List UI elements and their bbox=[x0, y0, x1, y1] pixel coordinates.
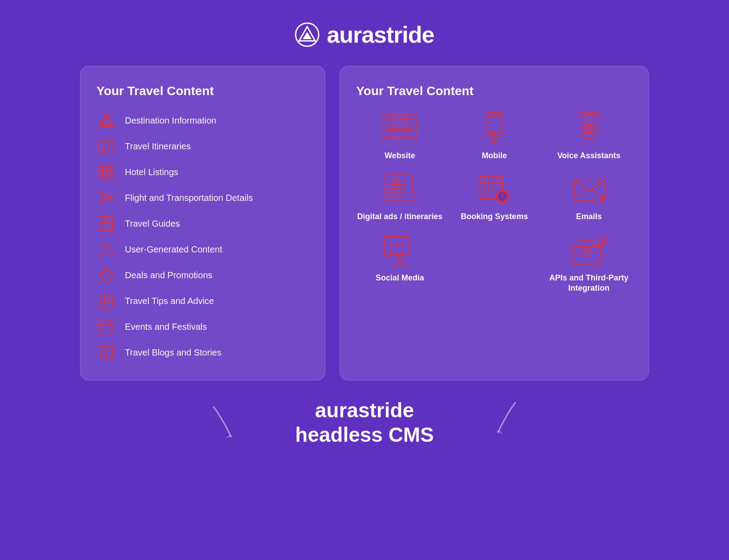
svg-point-33 bbox=[102, 328, 104, 329]
svg-point-98 bbox=[601, 240, 604, 242]
svg-point-77 bbox=[488, 193, 489, 195]
footer: aurastride headless CMS bbox=[231, 398, 498, 447]
footer-line2: headless CMS bbox=[231, 423, 498, 447]
mobile-icon bbox=[475, 111, 514, 146]
list-item-label: Travel Itineraries bbox=[125, 141, 191, 152]
svg-point-52 bbox=[493, 134, 496, 137]
svg-rect-93 bbox=[572, 246, 601, 264]
right-card-title: Your Travel Content bbox=[356, 84, 633, 98]
svg-rect-41 bbox=[383, 115, 417, 139]
email-icon bbox=[569, 172, 609, 207]
right-item-api: APIs and Third-Party Integration bbox=[545, 233, 633, 294]
svg-point-23 bbox=[102, 271, 105, 274]
api-label: APIs and Third-Party Integration bbox=[545, 273, 633, 294]
list-item-label: Events and Festivals bbox=[125, 322, 207, 332]
svg-line-84 bbox=[594, 190, 604, 200]
svg-line-83 bbox=[574, 190, 584, 200]
list-item-label: Deals and Promotions bbox=[125, 270, 212, 280]
list-item: User-Generated Content bbox=[96, 240, 309, 259]
list-item-label: Flight and Transportation Details bbox=[125, 193, 253, 203]
svg-point-53 bbox=[493, 139, 496, 143]
svg-point-92 bbox=[397, 256, 403, 262]
svg-point-38 bbox=[109, 331, 111, 332]
brand-name: aurastride bbox=[327, 21, 434, 48]
svg-rect-46 bbox=[388, 125, 413, 128]
svg-rect-58 bbox=[385, 175, 412, 200]
left-card: Your Travel Content Destination Informat… bbox=[80, 66, 325, 380]
svg-rect-54 bbox=[582, 120, 596, 138]
svg-point-34 bbox=[106, 328, 107, 329]
main-content: Your Travel Content Destination Informat… bbox=[80, 66, 649, 380]
svg-point-71 bbox=[492, 185, 494, 187]
map-icon bbox=[96, 136, 116, 156]
right-item-emails: Emails bbox=[545, 172, 633, 222]
svg-point-40 bbox=[105, 358, 108, 360]
list-item: Travel Itineraries bbox=[96, 136, 309, 156]
digital-ads-label: Digital ads / itineraries bbox=[357, 212, 443, 222]
right-item-voice: Voice Assistants bbox=[545, 111, 633, 161]
clipboard-icon bbox=[96, 291, 116, 311]
hotel-icon bbox=[96, 162, 116, 182]
tag-icon bbox=[96, 265, 116, 285]
svg-point-6 bbox=[105, 116, 108, 119]
svg-point-35 bbox=[109, 328, 111, 329]
svg-rect-16 bbox=[100, 216, 112, 231]
logo-icon bbox=[295, 22, 320, 47]
voice-label: Voice Assistants bbox=[557, 151, 621, 161]
list-item: Deals and Promotions bbox=[96, 265, 309, 285]
right-item-booking: Booking Systems bbox=[451, 172, 538, 222]
svg-rect-56 bbox=[587, 125, 591, 131]
calendar-icon bbox=[96, 317, 116, 336]
svg-rect-49 bbox=[487, 112, 501, 137]
list-item: Hotel Listings bbox=[96, 162, 309, 182]
right-item-digital-ads: Digital ads / itineraries bbox=[356, 172, 444, 222]
mobile-label: Mobile bbox=[482, 151, 507, 161]
svg-point-76 bbox=[483, 193, 485, 195]
svg-point-89 bbox=[390, 244, 393, 247]
svg-rect-48 bbox=[401, 131, 413, 136]
social-label: Social Media bbox=[376, 273, 424, 283]
list-item-label: Destination Information bbox=[125, 116, 216, 126]
svg-line-21 bbox=[112, 230, 114, 232]
footer-line1: aurastride bbox=[231, 398, 498, 423]
right-card: Your Travel Content Website bbox=[340, 66, 649, 380]
list-item: Travel Tips and Advice bbox=[96, 291, 309, 311]
svg-point-69 bbox=[483, 185, 485, 187]
svg-point-73 bbox=[483, 189, 485, 191]
list-item-label: Travel Blogs and Stories bbox=[125, 348, 221, 358]
svg-point-22 bbox=[103, 244, 109, 250]
book-icon bbox=[96, 343, 116, 362]
plane-icon bbox=[96, 188, 116, 208]
api-icon bbox=[569, 233, 609, 268]
svg-line-87 bbox=[601, 201, 603, 204]
digital-ads-icon bbox=[381, 172, 420, 207]
list-item-label: Hotel Listings bbox=[125, 167, 178, 177]
svg-point-91 bbox=[401, 244, 403, 247]
right-item-mobile: Mobile bbox=[451, 111, 538, 161]
user-icon bbox=[96, 240, 116, 259]
list-item-label: User-Generated Content bbox=[125, 244, 222, 255]
list-item-label: Travel Tips and Advice bbox=[125, 296, 214, 306]
list-item: Events and Festivals bbox=[96, 317, 309, 336]
svg-rect-63 bbox=[389, 192, 395, 197]
document-icon bbox=[96, 214, 116, 233]
social-icon bbox=[381, 233, 420, 268]
right-item-social: Social Media bbox=[356, 233, 444, 283]
list-item: Travel Blogs and Stories bbox=[96, 343, 309, 362]
svg-point-90 bbox=[395, 244, 398, 247]
list-item: Flight and Transportation Details bbox=[96, 188, 309, 208]
svg-point-37 bbox=[106, 331, 107, 332]
list-item-label: Travel Guides bbox=[125, 219, 180, 229]
svg-point-75 bbox=[492, 189, 494, 191]
header: aurastride bbox=[295, 21, 434, 48]
website-icon bbox=[381, 111, 420, 146]
right-grid: Website Mobile bbox=[356, 111, 633, 294]
list-item: Travel Guides bbox=[96, 214, 309, 233]
svg-rect-64 bbox=[397, 192, 403, 197]
booking-label: Booking Systems bbox=[461, 212, 528, 222]
right-item-website: Website bbox=[356, 111, 444, 161]
svg-rect-47 bbox=[388, 131, 399, 136]
booking-icon bbox=[475, 172, 514, 207]
email-label: Emails bbox=[576, 212, 602, 222]
website-label: Website bbox=[385, 151, 415, 161]
